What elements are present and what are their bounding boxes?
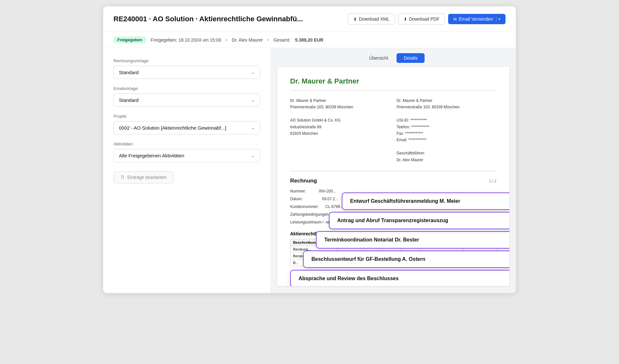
email-versenden-button[interactable]: ✉ Email Versenden ▾ <box>448 14 506 24</box>
doc-ust-id: USt-ID: *********** <box>397 117 496 123</box>
edit-entries-button[interactable]: 🗒 Einträge bearbeiten <box>113 171 173 183</box>
table-header-row: Beschreibung Menge Me Preis List. Gesamt… <box>290 239 496 246</box>
doc-col-left: Dr .Maurer & Partner Priennerstraße 103,… <box>290 97 390 163</box>
doc-kundennummer: Kundennummer: CL-6789... <box>290 203 496 211</box>
doc-section-title: Aktienrechtlic... <box>290 231 496 236</box>
total-value: 5.389,20 EUR <box>295 37 323 43</box>
doc-fax: Fax: ************ <box>397 130 496 137</box>
download-xml-icon: ⬇ <box>353 17 357 22</box>
cell-preis <box>379 246 401 252</box>
cell-list <box>401 259 421 266</box>
th-gesamtpreis: Gesamtpreis <box>421 239 464 246</box>
divider <box>496 16 496 22</box>
document-icon: 🗒 <box>120 175 125 180</box>
cell-me <box>363 252 379 259</box>
doc-sender-line2: Priennerstraße 103, 80339 München <box>290 104 390 110</box>
cell-menge <box>336 252 362 259</box>
doc-col-right: Dr .Maurer & Partner Priennerstraße 103,… <box>397 97 496 163</box>
cell-preis <box>379 252 401 259</box>
right-panel: Übersicht Details Dr. Maurer & Partner D… <box>271 48 516 293</box>
select-emailvorlage-value: Standard <box>119 97 139 103</box>
field-rechnungsvorlage: Rechnungsvorlage Standard ⌄ <box>113 58 260 79</box>
field-projekt: Projekt 0002 - AO Solution [Aktienrechtl… <box>113 114 260 134</box>
download-pdf-button[interactable]: ⬇ Download PDF <box>398 14 445 25</box>
main-card: RE240001 · AO Solution · Aktienrechtlich… <box>103 6 516 293</box>
cell-list <box>401 246 421 252</box>
select-aktivitaeten[interactable]: Alle Freigegebenen Aktivitäten ⌄ <box>113 149 260 162</box>
dot-separator-1: • <box>226 37 227 43</box>
doc-gf-label: Geschäftsführer: <box>397 150 496 156</box>
label-rechnungsvorlage: Rechnungsvorlage <box>113 58 260 63</box>
download-xml-button[interactable]: ⬇ Download XML <box>348 14 395 25</box>
th-waehrung: Währung <box>464 239 496 246</box>
cell-waehrung <box>464 252 496 259</box>
cell-list <box>401 252 421 259</box>
cell-beschreibung: B... <box>290 259 337 266</box>
tabs-bar: Übersicht Details <box>271 48 516 67</box>
doc-email: Email: ************ <box>397 137 496 143</box>
email-icon: ✉ <box>453 17 457 22</box>
table-row: Beratung... <box>290 246 496 252</box>
select-rechnungsvorlage[interactable]: Standard ⌄ <box>113 66 260 79</box>
doc-table: Beschreibung Menge Me Preis List. Gesamt… <box>290 239 496 266</box>
header: RE240001 · AO Solution · Aktienrechtlich… <box>103 6 516 32</box>
doc-invoice-header: Rechnung 1 / 2 <box>290 178 496 184</box>
table-row: B... <box>290 259 496 266</box>
doc-divider-top <box>290 91 496 91</box>
chevron-down-icon: ⌄ <box>251 98 255 103</box>
header-actions: ⬇ Download XML ⬇ Download PDF ✉ Email Ve… <box>348 14 506 25</box>
th-list: List. <box>401 239 421 246</box>
status-info: Freigegeben: 18.10.2024 um 15:00 <box>151 37 221 43</box>
doc-company-name: Dr. Maurer & Partner <box>290 77 496 85</box>
cell-waehrung <box>464 246 496 252</box>
cell-me <box>363 246 379 252</box>
cell-preis <box>379 259 401 266</box>
select-rechnungsvorlage-value: Standard <box>119 70 139 75</box>
select-projekt[interactable]: 0002 - AO Solution [Aktienrechtliche Gew… <box>113 121 260 134</box>
status-badge: Freigegeben <box>113 36 146 43</box>
doc-columns: Dr .Maurer & Partner Priennerstraße 103,… <box>290 97 496 163</box>
cell-me <box>363 259 379 266</box>
th-menge: Menge <box>336 239 362 246</box>
doc-zahlungsbedingungen: Zahlungsbedingungen: <box>290 211 496 218</box>
th-preis: Preis <box>379 239 401 246</box>
table-row: Beratung... <box>290 252 496 259</box>
doc-sender-line1: Dr .Maurer & Partner <box>290 97 390 104</box>
status-author: Dr. Alex Maurer <box>232 37 263 43</box>
doc-recipient-line2: Industriestraße 89 <box>290 124 390 130</box>
th-me: Me <box>363 239 379 246</box>
doc-nummer: Nummer: INV-200... <box>290 187 496 195</box>
tab-uebersicht[interactable]: Übersicht <box>362 53 395 63</box>
tooltip-5: Absprache und Review des Beschlusses <box>290 270 509 286</box>
doc-recipient-line3: 81929 München <box>290 130 390 137</box>
download-pdf-icon: ⬇ <box>404 17 407 22</box>
cell-gesamtpreis <box>421 252 464 259</box>
field-aktivitaeten: Aktivitäten Alle Freigegebenen Aktivität… <box>113 142 260 162</box>
field-emailvorlage: Emailvorlage Standard ⌄ <box>113 86 260 107</box>
select-emailvorlage[interactable]: Standard ⌄ <box>113 93 260 107</box>
doc-datum: Datum: 09.07.2... <box>290 195 496 203</box>
cell-waehrung <box>464 259 496 266</box>
cell-gesamtpreis <box>421 246 464 252</box>
page-title: RE240001 · AO Solution · Aktienrechtlich… <box>113 15 341 23</box>
cell-beschreibung: Beratung... <box>290 246 337 252</box>
cell-menge <box>336 259 362 266</box>
cell-beschreibung: Beratung... <box>290 252 337 259</box>
doc-telefon: Telefon: ************ <box>397 124 496 130</box>
doc-gf-name: Dr. Alex Maurer <box>397 157 496 163</box>
chevron-down-icon: ▾ <box>498 17 500 21</box>
select-aktivitaeten-value: Alle Freigegebenen Aktivitäten <box>119 153 184 158</box>
doc-leistungszeitraum: Leistungszeitraum / -ende: <box>290 218 496 226</box>
doc-recipient-line1: AO Solution GmbH & Co. KG <box>290 117 390 123</box>
doc-page-info: 1 / 2 <box>489 179 496 183</box>
doc-header-line2: Priennerstraße 103, 80339 München <box>397 104 496 110</box>
cell-menge <box>336 246 362 252</box>
doc-invoice-fields: Nummer: INV-200... Datum: 09.07.2... Kun… <box>290 187 496 226</box>
tab-details[interactable]: Details <box>397 53 425 63</box>
status-bar: Freigegeben Freigegeben: 18.10.2024 um 1… <box>103 32 516 48</box>
label-aktivitaeten: Aktivitäten <box>113 142 260 146</box>
label-projekt: Projekt <box>113 114 260 119</box>
select-projekt-value: 0002 - AO Solution [Aktienrechtliche Gew… <box>119 125 226 131</box>
doc-divider-bottom <box>290 171 496 171</box>
dot-separator-2: • <box>267 37 269 43</box>
